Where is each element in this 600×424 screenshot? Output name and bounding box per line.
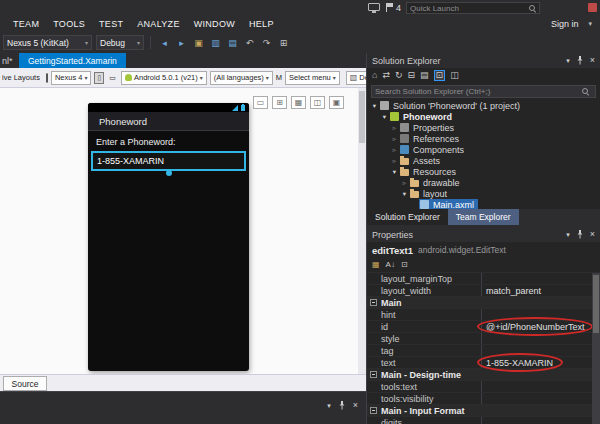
collapse-icon[interactable] (370, 407, 377, 414)
feedback-icon[interactable] (588, 3, 597, 12)
solution-search-input[interactable] (375, 87, 581, 96)
expander-icon[interactable]: ▹ (390, 135, 399, 143)
tab-solution-explorer[interactable]: Solution Explorer (367, 209, 448, 225)
scrollbar-thumb[interactable] (359, 91, 365, 143)
language-combo[interactable]: (All languages)▾ (210, 71, 273, 85)
show-all-files-icon[interactable]: ▤ (420, 71, 429, 80)
property-row-style[interactable]: style (367, 333, 592, 345)
expander-icon[interactable]: ▾ (370, 102, 379, 110)
property-pages-icon[interactable]: ⊡ (401, 261, 408, 269)
configuration-combo[interactable]: Debug▾ (96, 35, 144, 50)
grid-icon[interactable]: ⊞ (272, 96, 287, 109)
properties-title-bar[interactable]: Properties ▾ × (367, 227, 600, 242)
tab-team-explorer[interactable]: Team Explorer (448, 209, 519, 225)
property-value[interactable] (482, 333, 592, 344)
category-main[interactable]: Main (367, 297, 592, 309)
collapse-icon[interactable] (370, 299, 377, 306)
designer-vertical-scrollbar[interactable] (358, 88, 366, 374)
tree-item-components[interactable]: ▹Components (367, 144, 600, 155)
scrollbar-thumb[interactable] (593, 275, 599, 333)
start-device-combo[interactable]: Nexus 5 (KitKat)▾ (3, 35, 92, 50)
sign-in-link[interactable]: Sign in (551, 19, 579, 29)
preview-selected-icon[interactable]: ◫ (450, 71, 459, 80)
notification-count[interactable]: 4 (396, 3, 401, 13)
save-all-icon[interactable]: ▤ (225, 35, 240, 50)
property-value[interactable] (482, 345, 592, 356)
expander-icon[interactable]: ▹ (400, 179, 409, 187)
home-icon[interactable]: ⌂ (372, 71, 377, 80)
phone-preview[interactable]: Phoneword Enter a Phoneword: 1-855-XAMAR… (88, 103, 249, 371)
property-row-hint[interactable]: hint (367, 309, 592, 321)
property-row-layout-margintop[interactable]: layout_marginTop (367, 273, 592, 285)
portrait-icon[interactable]: ▯ (94, 72, 104, 84)
undo-icon[interactable]: ↶ (242, 35, 257, 50)
toggle-margins-icon[interactable]: ◫ (310, 96, 325, 109)
tree-item-assets[interactable]: ▹Assets (367, 155, 600, 166)
tree-item-layout[interactable]: ▾layout (367, 188, 600, 199)
property-row-text[interactable]: text1-855-XAMARIN (367, 357, 592, 369)
property-value[interactable]: match_parent (482, 285, 592, 296)
snap-to-grid-icon[interactable]: ▦ (291, 96, 306, 109)
menu-test[interactable]: TEST (92, 19, 130, 29)
property-value[interactable] (482, 417, 592, 424)
selected-object-row[interactable]: editText1 android.widget.EditText (367, 242, 600, 258)
pin-icon[interactable] (576, 56, 584, 65)
selection-mode-icon[interactable]: ▭ (253, 96, 268, 109)
close-icon[interactable]: × (590, 230, 595, 239)
doc-tab-active[interactable]: GettingStarted.Xamarin (19, 53, 126, 68)
category-main-input-format[interactable]: Main - Input Format (367, 405, 592, 417)
build-icon[interactable]: ⊞ (276, 35, 291, 50)
alternative-layouts-label[interactable]: ive Layouts (2, 73, 40, 82)
expander-icon[interactable]: ▾ (380, 113, 389, 121)
open-file-icon[interactable]: ▣ (191, 35, 206, 50)
refresh-icon[interactable]: ↻ (395, 71, 403, 80)
options-menu-combo[interactable]: Select menu▾ (285, 71, 340, 85)
quick-launch-input[interactable] (407, 4, 528, 13)
tree-item-main-axml[interactable]: Main.axml (367, 199, 600, 209)
menu-team[interactable]: TEAM (6, 19, 46, 29)
solution-search-box[interactable] (371, 85, 596, 98)
property-value[interactable]: 1-855-XAMARIN (482, 357, 592, 368)
menu-tools[interactable]: TOOLS (46, 19, 92, 29)
selection-handle-icon[interactable] (166, 170, 172, 176)
property-row-digits[interactable]: digits (367, 417, 592, 424)
categorized-icon[interactable]: ▦ (372, 261, 380, 269)
source-view-tab[interactable]: Source (3, 376, 47, 391)
collapse-icon[interactable] (370, 371, 377, 378)
quick-launch-box[interactable] (406, 2, 540, 14)
navigate-forward-icon[interactable]: ▸ (174, 35, 189, 50)
property-value[interactable] (482, 381, 592, 392)
property-row-layout-width[interactable]: layout_widthmatch_parent (367, 285, 592, 297)
collapse-all-icon[interactable]: ⊟ (408, 71, 416, 80)
chevron-down-icon[interactable]: ▾ (588, 20, 592, 28)
property-row-tools-text[interactable]: tools:text (367, 381, 592, 393)
expander-icon[interactable]: ▹ (390, 146, 399, 154)
save-icon[interactable]: ▥ (208, 35, 223, 50)
landscape-icon[interactable]: ▭ (107, 73, 118, 83)
expander-icon[interactable]: ▹ (390, 124, 399, 132)
pin-icon[interactable] (576, 230, 584, 239)
tree-item-drawable[interactable]: ▹drawable (367, 177, 600, 188)
expander-icon[interactable]: ▾ (390, 168, 399, 176)
phone-number-edittext[interactable]: 1-855-XAMARIN (91, 151, 246, 171)
property-value[interactable] (482, 393, 592, 404)
tree-item-resources[interactable]: ▾Resources (367, 166, 600, 177)
redo-icon[interactable]: ↷ (259, 35, 274, 50)
properties-scrollbar[interactable] (592, 273, 600, 424)
menu-help[interactable]: HELP (242, 19, 281, 29)
category-main-design-time[interactable]: Main - Design-time (367, 369, 592, 381)
solution-explorer-title-bar[interactable]: Solution Explorer ▾ × (367, 53, 600, 68)
pin-icon[interactable] (338, 401, 346, 410)
property-value[interactable] (482, 273, 592, 284)
tree-item-phoneword[interactable]: ▾Phoneword (367, 111, 600, 122)
navigate-backward-icon[interactable]: ◂ (157, 35, 172, 50)
expander-icon[interactable]: ▾ (400, 190, 409, 198)
phoneword-label[interactable]: Enter a Phoneword: (96, 137, 249, 147)
partial-doc-tab[interactable]: nl* (0, 53, 19, 68)
property-value[interactable]: @+id/PhoneNumberText (482, 321, 592, 332)
device-combo[interactable]: Nexus 4▾ (51, 71, 92, 85)
tree-item-references[interactable]: ▹References (367, 133, 600, 144)
property-row-tools-visibility[interactable]: tools:visibility (367, 393, 592, 405)
theme-combo[interactable]: ▧ Default Theme▾ (346, 71, 366, 85)
property-row-tag[interactable]: tag (367, 345, 592, 357)
